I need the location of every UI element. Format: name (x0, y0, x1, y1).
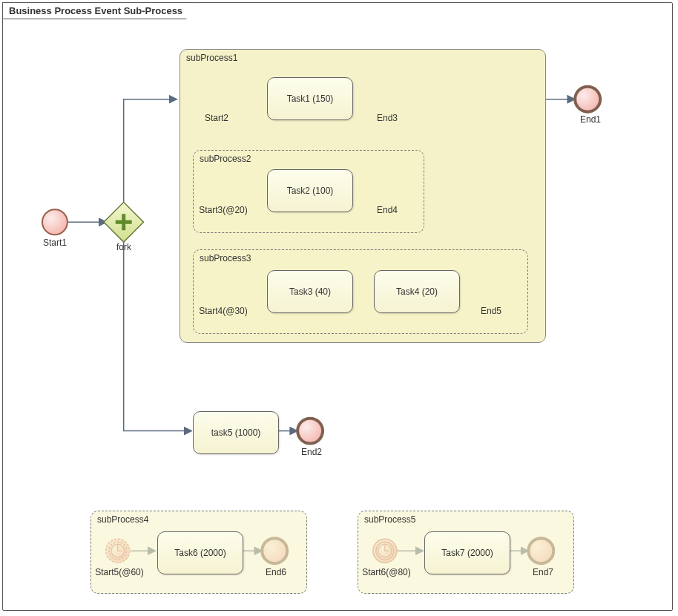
task-node[interactable]: Task7 (2000) (424, 531, 510, 574)
end-event-icon (575, 87, 600, 112)
event-label: End6 (263, 567, 289, 577)
event-label: End2 (298, 447, 325, 457)
task-node[interactable]: task5 (1000) (193, 411, 279, 454)
subprocess-label: subProcess4 (97, 514, 148, 525)
gateway-parallel-icon (104, 202, 144, 242)
start-event-icon (42, 209, 68, 235)
event-label: Start3(@20) (197, 205, 249, 215)
subprocess-label: subProcess3 (200, 253, 251, 263)
subprocess-container[interactable]: subProcess3 (193, 249, 528, 334)
task-node[interactable]: Task2 (100) (267, 169, 353, 212)
subprocess-label: subProcess1 (186, 53, 237, 63)
task-node[interactable]: Task6 (2000) (157, 531, 243, 574)
event-label: Start5(@60) (93, 567, 145, 577)
event-label: Start1 (40, 237, 70, 248)
event-label: Start4(@30) (197, 306, 249, 316)
diagram-frame: Business Process Event Sub-Process (2, 2, 673, 611)
event-label: End7 (530, 567, 556, 577)
task-node[interactable]: Task4 (20) (374, 270, 460, 313)
task-node[interactable]: Task3 (40) (267, 270, 353, 313)
event-label: Start6(@80) (361, 567, 412, 577)
event-label: End5 (478, 306, 504, 316)
event-label: End3 (374, 113, 401, 123)
gateway-label: fork (113, 242, 135, 252)
subprocess-label: subProcess2 (200, 154, 251, 164)
task-node[interactable]: Task1 (150) (267, 77, 353, 120)
end-event-icon (297, 419, 323, 444)
event-label: End4 (374, 205, 401, 215)
event-label: End1 (576, 114, 605, 125)
event-label: Start2 (202, 113, 231, 123)
subprocess-label: subProcess5 (364, 514, 415, 525)
